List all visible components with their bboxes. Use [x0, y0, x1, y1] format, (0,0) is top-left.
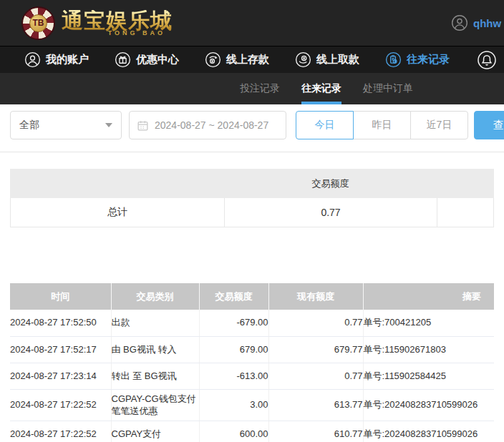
- logo-title: 通宝娱乐城: [62, 10, 173, 31]
- cell-amount: 600.00: [199, 421, 268, 442]
- tab-transaction-records[interactable]: 往来记录: [301, 73, 341, 104]
- records-icon: [385, 51, 402, 68]
- quick-yesterday-button[interactable]: 昨日: [353, 111, 411, 139]
- cell-type: CGPAY支付: [111, 421, 199, 442]
- transactions-table: 时间 交易类别 交易额度 现有额度 摘要 2024-08-27 17:52:50…: [10, 283, 494, 442]
- notifications-button[interactable]: [477, 50, 497, 73]
- chevron-down-icon: [105, 123, 112, 127]
- summary-header-row: 交易额度: [10, 169, 494, 198]
- search-button[interactable]: 查询: [474, 111, 504, 139]
- logo-link[interactable]: TB 通宝娱乐城 TONG BAO: [21, 6, 173, 40]
- user-avatar-icon: [451, 14, 468, 31]
- cell-amount: -679.00: [199, 310, 268, 336]
- nav-item-my-account[interactable]: 我的账户: [24, 51, 89, 68]
- bell-icon: [477, 50, 497, 70]
- nav-item-label: 线上取款: [316, 53, 359, 67]
- tab-betting-records[interactable]: 投注记录: [240, 73, 280, 104]
- tab-label: 往来记录: [301, 82, 341, 95]
- nav-item-label: 我的账户: [46, 53, 89, 67]
- tab-label: 处理中订单: [363, 82, 413, 95]
- nav-item-label: 往来记录: [407, 53, 450, 67]
- summary-empty-cell: [437, 198, 493, 227]
- table-row: 2024-08-27 17:23:14转出 至 BG视讯-613.000.77单…: [10, 363, 494, 389]
- cell-balance: 679.77: [268, 336, 363, 363]
- cell-balance: 610.77: [268, 421, 363, 442]
- cell-time: 2024-08-27 17:23:14: [10, 363, 111, 389]
- nav-item-records[interactable]: 往来记录: [385, 51, 450, 68]
- cell-time: 2024-08-27 17:52:17: [10, 336, 111, 363]
- nav-item-withdraw[interactable]: 线上取款: [295, 51, 359, 68]
- user-icon: [24, 51, 41, 68]
- table-header-row: 时间 交易类别 交易额度 现有额度 摘要: [10, 283, 494, 310]
- cell-amount: 679.00: [199, 336, 268, 363]
- cell-amount: 3.00: [199, 389, 268, 421]
- summary-total-value: 0.77: [225, 198, 437, 227]
- quick-last7days-button[interactable]: 近7日: [410, 111, 468, 139]
- quick-today-button[interactable]: 今日: [296, 111, 354, 139]
- cell-type: 转出 至 BG视讯: [111, 363, 199, 389]
- column-header-amount: 交易额度: [199, 283, 268, 310]
- summary-table: 交易额度 总计 0.77: [10, 169, 494, 227]
- filter-bar: 全部 2024-08-27 ~ 2024-08-27 今日 昨日 近7日 查询: [10, 111, 504, 139]
- column-header-balance: 现有额度: [268, 283, 363, 310]
- transactions-section: 时间 交易类别 交易额度 现有额度 摘要 2024-08-27 17:52:50…: [10, 283, 494, 442]
- table-row: 2024-08-27 17:52:50出款-679.000.77单号:70042…: [10, 310, 494, 336]
- user-account[interactable]: qhhw: [451, 0, 501, 46]
- date-range-input[interactable]: 2024-08-27 ~ 2024-08-27: [129, 111, 286, 139]
- tab-bar: 投注记录 往来记录 处理中订单: [0, 73, 504, 104]
- date-range-value: 2024-08-27 ~ 2024-08-27: [155, 119, 268, 131]
- type-select-value: 全部: [19, 119, 39, 132]
- summary-total-row: 总计 0.77: [10, 198, 494, 227]
- column-header-type: 交易类别: [111, 283, 199, 310]
- nav-item-label: 线上存款: [226, 53, 269, 67]
- transactions-body: 2024-08-27 17:52:50出款-679.000.77单号:70042…: [10, 310, 494, 442]
- username: qhhw: [473, 17, 501, 29]
- cell-type: CGPAY-CG钱包支付笔笔送优惠: [111, 389, 199, 421]
- table-row: 2024-08-27 17:22:52CGPAY-CG钱包支付笔笔送优惠3.00…: [10, 389, 494, 421]
- section-divider: [0, 152, 504, 152]
- cell-time: 2024-08-27 17:22:52: [10, 421, 111, 442]
- poker-chip-icon: TB: [21, 6, 55, 40]
- type-select[interactable]: 全部: [10, 111, 122, 139]
- cell-summary: 单号:202408283710599026: [363, 421, 494, 442]
- cell-balance: 0.77: [268, 363, 363, 389]
- table-row: 2024-08-27 17:52:17由 BG视讯 转入679.00679.77…: [10, 336, 494, 363]
- calendar-icon: [137, 119, 149, 132]
- cell-summary: 单号:115902584425: [363, 363, 494, 389]
- tab-processing-orders[interactable]: 处理中订单: [363, 73, 413, 104]
- column-header-time: 时间: [10, 283, 111, 310]
- summary-header-amount: 交易额度: [224, 177, 437, 190]
- cell-balance: 613.77: [268, 389, 363, 421]
- gift-icon: [115, 51, 131, 68]
- cell-time: 2024-08-27 17:22:52: [10, 389, 111, 421]
- cell-summary: 单号:202408283710599026: [363, 389, 494, 421]
- cell-amount: -613.00: [199, 363, 268, 389]
- cell-type: 出款: [111, 310, 199, 336]
- column-header-summary: 摘要: [363, 283, 494, 310]
- summary-total-label: 总计: [11, 198, 225, 227]
- cell-summary: 单号:115902671803: [363, 336, 494, 363]
- nav-item-label: 优惠中心: [136, 53, 179, 67]
- logo-text: 通宝娱乐城 TONG BAO: [62, 10, 173, 36]
- deposit-icon: [205, 51, 221, 68]
- table-row: 2024-08-27 17:22:52CGPAY支付600.00610.77单号…: [10, 421, 494, 442]
- cell-summary: 单号:700421205: [363, 310, 494, 336]
- page: TB 通宝娱乐城 TONG BAO qhhw 我的账户 优惠中心: [0, 0, 504, 442]
- cell-balance: 0.77: [268, 310, 363, 336]
- quick-date-group: 今日 昨日 近7日: [296, 111, 468, 139]
- withdraw-icon: [295, 51, 311, 68]
- tab-label: 投注记录: [240, 82, 280, 95]
- nav-item-promotions[interactable]: 优惠中心: [115, 51, 179, 68]
- cell-time: 2024-08-27 17:52:50: [10, 310, 111, 336]
- main-nav: 我的账户 优惠中心 线上存款 线上取款 往来记录: [0, 46, 504, 73]
- logo-subtitle: TONG BAO: [62, 29, 173, 36]
- nav-item-deposit[interactable]: 线上存款: [205, 51, 269, 68]
- top-bar: TB 通宝娱乐城 TONG BAO qhhw: [0, 0, 504, 46]
- cell-type: 由 BG视讯 转入: [111, 336, 199, 363]
- chip-tb-label: TB: [29, 14, 47, 32]
